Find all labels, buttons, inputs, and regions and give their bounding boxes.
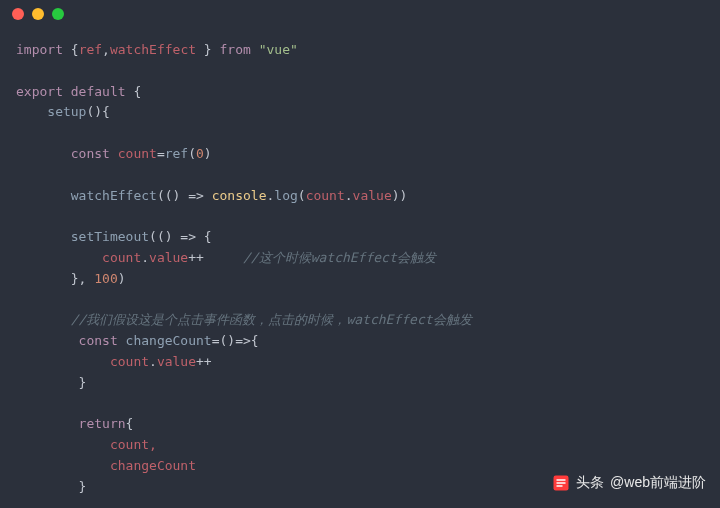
arrow: =()=>{ — [212, 333, 259, 348]
minimize-icon[interactable] — [32, 8, 44, 20]
property-value: value — [157, 354, 196, 369]
keyword-return: return — [16, 416, 126, 431]
svg-rect-2 — [557, 482, 566, 484]
arrow-args: (() => { — [149, 229, 212, 244]
function-ref: ref — [165, 146, 188, 161]
paren: (){ — [86, 104, 109, 119]
paren: ( — [298, 188, 306, 203]
close-icon[interactable] — [12, 8, 24, 20]
toutiao-icon — [552, 474, 570, 492]
string-vue: "vue" — [251, 42, 298, 57]
paren: )) — [392, 188, 408, 203]
keyword-const: const — [16, 146, 110, 161]
dot: . — [149, 354, 157, 369]
paren: ( — [188, 146, 196, 161]
identifier-watcheffect: watchEffect — [110, 42, 196, 57]
brace: } — [196, 42, 219, 57]
code-editor: import {ref,watchEffect } from "vue" exp… — [0, 28, 720, 508]
number-100: 100 — [94, 271, 117, 286]
property-value: value — [149, 250, 188, 265]
maximize-icon[interactable] — [52, 8, 64, 20]
brace: { — [63, 42, 79, 57]
object-console: console — [212, 188, 267, 203]
identifier-count: count — [16, 354, 149, 369]
keyword-export: export — [16, 84, 63, 99]
operator-inc: ++ — [188, 250, 204, 265]
watermark-handle: @web前端进阶 — [610, 474, 706, 492]
paren: ) — [204, 146, 212, 161]
identifier-changecount: changeCount — [118, 333, 212, 348]
comment-trigger: //这个时候watchEffect会触发 — [204, 250, 436, 265]
window-title-bar — [0, 0, 720, 28]
watermark: 头条 @web前端进阶 — [552, 474, 706, 492]
dot: . — [141, 250, 149, 265]
svg-rect-3 — [557, 485, 563, 487]
keyword-from: from — [220, 42, 251, 57]
operator-inc: ++ — [196, 354, 212, 369]
paren: ) — [118, 271, 126, 286]
identifier-ref: ref — [79, 42, 102, 57]
function-settimeout: setTimeout — [16, 229, 149, 244]
identifier-count: count — [16, 250, 141, 265]
brace: } — [16, 479, 86, 494]
property-value: value — [353, 188, 392, 203]
keyword-default: default — [63, 84, 126, 99]
keyword-import: import — [16, 42, 63, 57]
method-setup: setup — [16, 104, 86, 119]
function-watcheffect: watchEffect — [16, 188, 157, 203]
dot: . — [345, 188, 353, 203]
return-changecount: changeCount — [16, 458, 196, 473]
arrow-args: (() => — [157, 188, 212, 203]
return-count: count, — [16, 437, 157, 452]
svg-rect-1 — [557, 479, 566, 481]
identifier-count: count — [306, 188, 345, 203]
number-zero: 0 — [196, 146, 204, 161]
operator-eq: = — [157, 146, 165, 161]
comment-click-handler: //我们假设这是个点击事件函数，点击的时候，watchEffect会触发 — [16, 312, 472, 327]
comma: , — [102, 42, 110, 57]
method-log: log — [274, 188, 297, 203]
identifier-count: count — [110, 146, 157, 161]
brace: } — [16, 375, 86, 390]
brace: }, — [16, 271, 94, 286]
brace: { — [126, 416, 134, 431]
brace: { — [126, 84, 142, 99]
keyword-const: const — [16, 333, 118, 348]
watermark-label: 头条 — [576, 474, 604, 492]
